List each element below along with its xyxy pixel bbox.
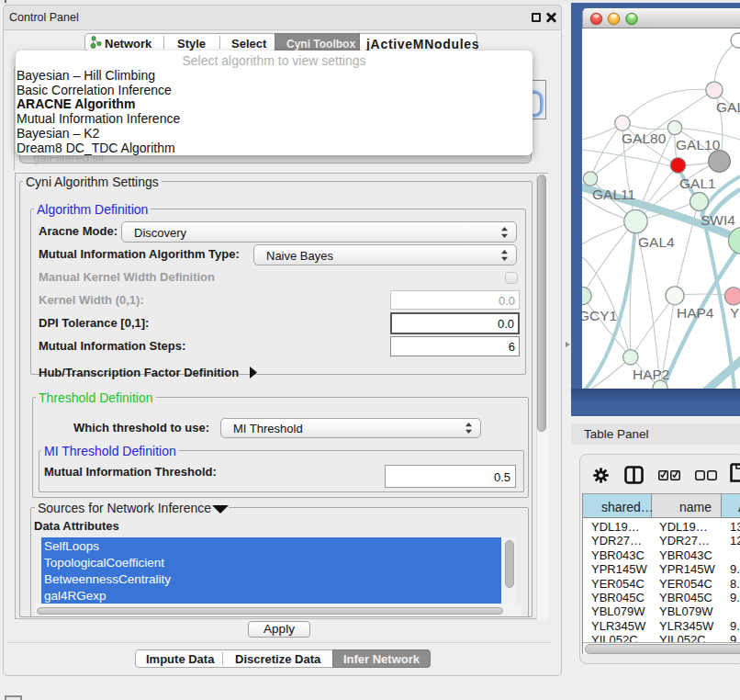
svg-text:HAP2: HAP2 — [633, 367, 670, 382]
svg-text:GAL2: GAL2 — [716, 99, 740, 115]
svg-text:GAL4: GAL4 — [638, 234, 675, 250]
svg-text:GAL10: GAL10 — [676, 137, 721, 152]
svg-text:GCY1: GCY1 — [582, 308, 617, 323]
svg-text:HAP4: HAP4 — [677, 305, 714, 321]
svg-text:SWI4: SWI4 — [701, 212, 735, 228]
svg-text:GAL11: GAL11 — [592, 186, 635, 202]
svg-text:GAL1: GAL1 — [679, 175, 716, 191]
svg-text:GAL80: GAL80 — [622, 130, 667, 146]
svg-text:YE: YE — [730, 305, 740, 321]
